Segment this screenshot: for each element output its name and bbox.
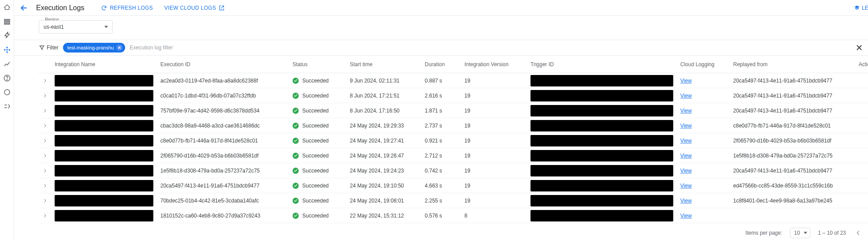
- expand-row-button[interactable]: [39, 108, 51, 114]
- cell-version: 19: [461, 123, 527, 129]
- cell-replayed-from: c8e0d77b-fb71-446a-917d-8f41de528c01: [730, 123, 853, 129]
- col-trigger-id[interactable]: Trigger ID: [527, 61, 677, 68]
- cell-duration: 2.255 s: [421, 198, 461, 204]
- cell-replayed-from: 20ca5497-f413-4e11-91a6-4751bdcb9477: [730, 93, 853, 99]
- filter-button[interactable]: Filter: [39, 45, 59, 51]
- col-start-time[interactable]: Start time: [346, 61, 421, 68]
- nav-trigger-icon[interactable]: [3, 32, 11, 40]
- filter-chip-remove[interactable]: [116, 45, 122, 51]
- status-success-icon: [293, 123, 299, 129]
- expand-row-button[interactable]: [39, 123, 51, 129]
- expand-row-button[interactable]: [39, 168, 51, 174]
- col-cloud-logging[interactable]: Cloud Logging: [677, 61, 730, 68]
- table-row: 70bdec25-01b4-4c42-81e5-3cdaba140afc Suc…: [39, 193, 868, 208]
- svg-rect-0: [4, 19, 10, 20]
- expand-row-button[interactable]: [39, 138, 51, 144]
- cloud-logging-view-link[interactable]: View: [680, 213, 692, 219]
- cell-start-time: 9 Jun 2024, 02:11:31: [346, 78, 421, 84]
- cell-status: Succeeded: [289, 183, 346, 189]
- cell-duration: 0.742 s: [421, 168, 461, 174]
- nav-list-icon[interactable]: [3, 18, 11, 26]
- cloud-logging-view-link[interactable]: View: [680, 93, 692, 99]
- table-footer: Items per page: 10 1 – 10 of 23: [14, 223, 868, 240]
- product-logo-icon[interactable]: [3, 4, 11, 11]
- view-cloud-logs-button[interactable]: VIEW CLOUD LOGS: [162, 3, 227, 13]
- filter-chip[interactable]: test-masking-pranshu: [63, 43, 126, 52]
- status-success-icon: [293, 213, 299, 219]
- integration-name-redacted: [55, 150, 153, 161]
- expand-row-button[interactable]: [39, 153, 51, 159]
- integration-name-redacted: [55, 120, 153, 131]
- close-icon: [117, 45, 122, 50]
- table-row: 1e5f8b18-d308-479a-bd0a-257237a72c75 Suc…: [39, 163, 868, 178]
- trigger-id-redacted: [530, 180, 673, 191]
- clear-filters-button[interactable]: [855, 43, 864, 52]
- close-icon: [855, 44, 863, 52]
- status-success-icon: [293, 138, 299, 144]
- cell-start-time: 24 May 2024, 19:24:23: [346, 168, 421, 174]
- status-label: Succeeded: [302, 138, 329, 144]
- cell-version: 19: [461, 183, 527, 189]
- cloud-logging-view-link[interactable]: View: [680, 138, 692, 144]
- left-nav-rail: [0, 0, 14, 240]
- col-duration[interactable]: Duration: [421, 61, 461, 68]
- expand-row-button[interactable]: [39, 78, 51, 84]
- svg-rect-5: [6, 47, 7, 48]
- col-execution-id[interactable]: Execution ID: [157, 61, 289, 68]
- table-row: ac2ea0d3-0119-47ed-8faa-a8a8dc62388f Suc…: [39, 73, 868, 88]
- cell-execution-id: 757bf09e-97ac-4d42-9598-d6c3878dd534: [157, 108, 289, 114]
- filter-bar: Filter test-masking-pranshu ?: [14, 40, 868, 56]
- status-label: Succeeded: [302, 168, 329, 174]
- svg-rect-4: [8, 49, 10, 51]
- expand-row-button[interactable]: [39, 183, 51, 189]
- nav-integrations-icon[interactable]: [3, 46, 11, 54]
- prev-page-button[interactable]: [854, 229, 863, 237]
- region-select[interactable]: us-east1: [39, 20, 113, 34]
- col-integration-version[interactable]: Integration Version: [461, 61, 527, 68]
- trigger-id-redacted: [530, 165, 673, 176]
- status-label: Succeeded: [302, 183, 329, 189]
- nav-status-icon[interactable]: [3, 88, 11, 96]
- status-success-icon: [293, 93, 299, 99]
- items-per-page-label: Items per page:: [746, 230, 782, 236]
- trigger-id-redacted: [530, 105, 673, 116]
- items-per-page-select[interactable]: 10: [790, 228, 810, 238]
- nav-help-icon[interactable]: [3, 74, 11, 82]
- cloud-logging-view-link[interactable]: View: [680, 168, 692, 174]
- expand-row-button[interactable]: [39, 198, 51, 204]
- expand-row-button[interactable]: [39, 213, 51, 219]
- cell-start-time: 24 May 2024, 19:10:50: [346, 183, 421, 189]
- chevron-right-icon: [42, 213, 48, 219]
- trigger-id-redacted: [530, 210, 673, 221]
- filter-input[interactable]: [130, 45, 218, 51]
- table-row: 757bf09e-97ac-4d42-9598-d6c3878dd534 Suc…: [39, 103, 868, 118]
- cell-execution-id: 1810152c-ca60-4eb8-9c80-27d9a37c9243: [157, 213, 289, 219]
- back-button[interactable]: [18, 2, 30, 14]
- integration-name-redacted: [55, 195, 153, 206]
- chevron-right-icon: [42, 108, 48, 114]
- col-replayed-from[interactable]: Replayed from: [730, 61, 853, 68]
- chevron-right-icon: [42, 168, 48, 174]
- table-header-row: Integration Name Execution ID Status Sta…: [39, 56, 868, 73]
- nav-connector-icon[interactable]: [3, 102, 11, 110]
- filter-icon: [39, 45, 45, 51]
- cloud-logging-view-link[interactable]: View: [680, 78, 692, 84]
- cell-status: Succeeded: [289, 93, 346, 99]
- nav-analytics-icon[interactable]: [3, 60, 11, 68]
- chevron-right-icon: [42, 138, 48, 144]
- cloud-logging-view-link[interactable]: View: [680, 108, 692, 114]
- status-label: Succeeded: [302, 153, 329, 159]
- refresh-logs-button[interactable]: REFRESH LOGS: [98, 3, 156, 13]
- col-status[interactable]: Status: [289, 61, 346, 68]
- cloud-logging-view-link[interactable]: View: [680, 153, 692, 159]
- status-success-icon: [293, 153, 299, 159]
- expand-row-button[interactable]: [39, 93, 51, 99]
- learn-button[interactable]: LEARN: [854, 5, 868, 11]
- cell-status: Succeeded: [289, 123, 346, 129]
- cloud-logging-view-link[interactable]: View: [680, 183, 692, 189]
- col-integration-name[interactable]: Integration Name: [51, 61, 157, 68]
- chevron-right-icon: [42, 123, 48, 129]
- cell-version: 19: [461, 138, 527, 144]
- cloud-logging-view-link[interactable]: View: [680, 123, 692, 129]
- cloud-logging-view-link[interactable]: View: [680, 198, 692, 204]
